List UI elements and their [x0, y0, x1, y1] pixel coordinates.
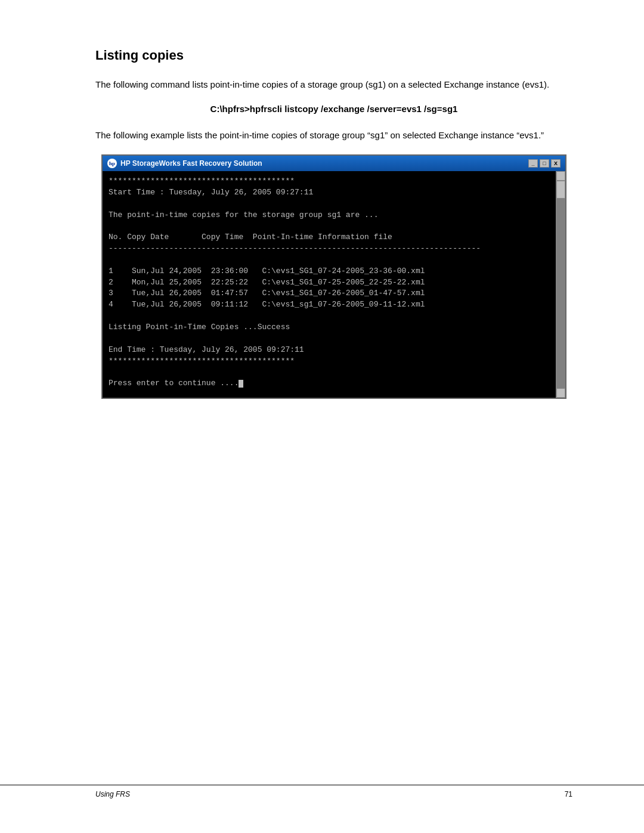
terminal-line-blank-4 [109, 311, 547, 322]
terminal-line-press: Press enter to continue .... [109, 378, 547, 389]
terminal-title-left: hp HP StorageWorks Fast Recovery Solutio… [107, 159, 262, 168]
terminal-line-header: No. Copy Date Copy Time Point-In-time In… [109, 232, 547, 243]
page-footer: Using FRS 71 [0, 785, 644, 803]
terminal-scrollbar[interactable]: ▲ ▼ [556, 171, 565, 398]
terminal-line-blank-3 [109, 255, 547, 266]
terminal-titlebar: hp HP StorageWorks Fast Recovery Solutio… [103, 156, 565, 171]
hp-logo-icon: hp [107, 159, 117, 168]
terminal-cursor [239, 380, 243, 388]
footer-section-name: Using FRS [95, 790, 130, 798]
scrollbar-track [556, 181, 565, 388]
terminal-line-blank-2 [109, 221, 547, 232]
terminal-line-stars-top: **************************************** [109, 176, 547, 187]
terminal-window: hp HP StorageWorks Fast Recovery Solutio… [101, 154, 566, 399]
terminal-line-end-time: End Time : Tuesday, July 26, 2005 09:27:… [109, 345, 547, 356]
minimize-button[interactable]: _ [528, 159, 538, 168]
terminal-line-blank-1 [109, 199, 547, 210]
scrollbar-thumb[interactable] [556, 181, 565, 199]
body-text-1: The following command lists point-in-tim… [95, 78, 572, 92]
terminal-body: ****************************************… [103, 171, 565, 398]
scrollbar-up-arrow[interactable]: ▲ [556, 171, 565, 181]
terminal-line-blank-5 [109, 333, 547, 345]
maximize-button[interactable]: □ [540, 159, 549, 168]
terminal-content: ****************************************… [109, 176, 559, 389]
terminal-line-row-1: 1 Sun,Jul 24,2005 23:36:00 C:\evs1_SG1_0… [109, 266, 547, 277]
terminal-line-blank-6 [109, 367, 547, 378]
section-title: Listing copies [95, 48, 572, 63]
terminal-window-controls: _ □ X [528, 159, 561, 168]
body-text-2: The following example lists the point-in… [95, 128, 572, 143]
terminal-line-divider: ----------------------------------------… [109, 243, 547, 255]
close-button[interactable]: X [551, 159, 561, 168]
terminal-line-row-2: 2 Mon,Jul 25,2005 22:25:22 C:\evs1_SG1_0… [109, 277, 547, 289]
terminal-title-text: HP StorageWorks Fast Recovery Solution [120, 159, 262, 168]
scrollbar-down-arrow[interactable]: ▼ [556, 388, 565, 398]
terminal-line-row-4: 4 Tue,Jul 26,2005 09:11:12 C:\evs1_sg1_0… [109, 299, 547, 311]
command-display: C:\hpfrs>hpfrscli listcopy /exchange /se… [95, 104, 572, 114]
terminal-line-desc: The point-in-time copies for the storage… [109, 210, 547, 221]
footer-page-number: 71 [565, 790, 572, 798]
terminal-line-start-time: Start Time : Tuesday, July 26, 2005 09:2… [109, 187, 547, 199]
terminal-line-success: Listing Point-in-Time Copies ...Success [109, 322, 547, 333]
page-container: Listing copies The following command lis… [0, 0, 644, 833]
terminal-line-row-3: 3 Tue,Jul 26,2005 01:47:57 C:\evs1_SG1_0… [109, 288, 547, 299]
terminal-line-stars-bottom: **************************************** [109, 356, 547, 367]
